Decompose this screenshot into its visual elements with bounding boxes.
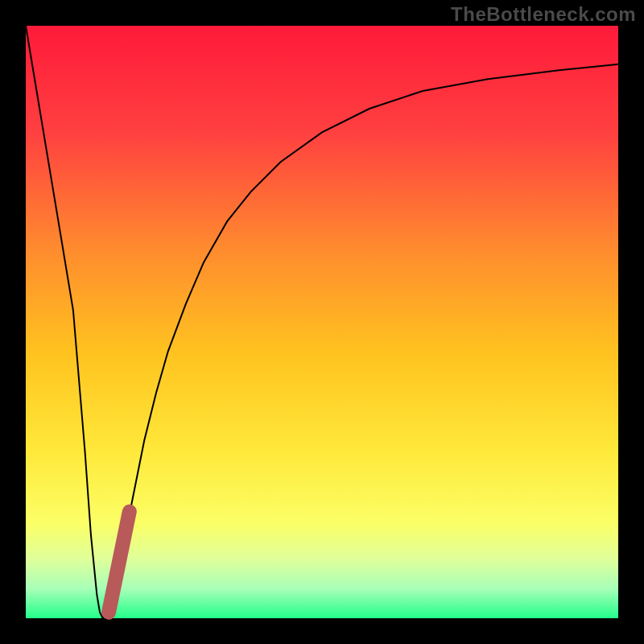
chart-frame: TheBottleneck.com bbox=[0, 0, 644, 644]
plot-background bbox=[26, 26, 618, 618]
chart-svg bbox=[0, 0, 644, 644]
